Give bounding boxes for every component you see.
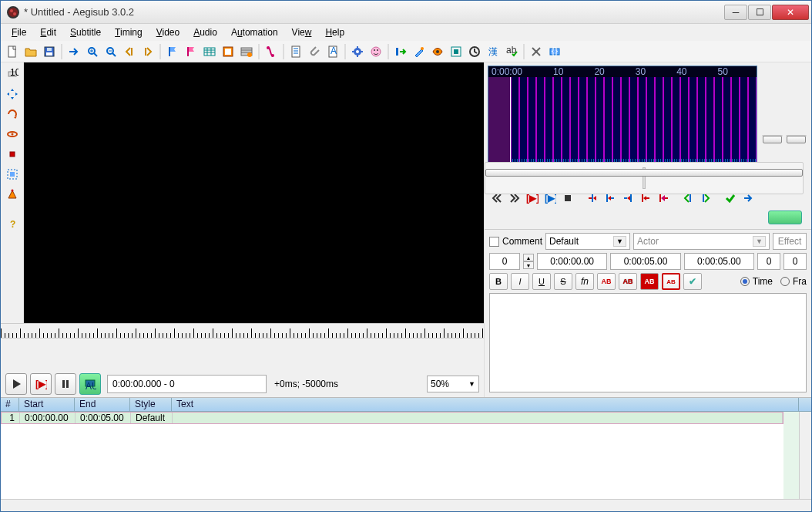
actor-field[interactable]: Actor▼ [633,233,770,250]
pause-button[interactable] [55,373,76,395]
menu-help[interactable]: Help [319,25,351,39]
primary-color-button[interactable]: AB [597,273,616,290]
clip-tool-icon[interactable] [4,166,21,183]
menu-file[interactable]: File [5,25,32,39]
layer-spinner[interactable]: ▲▼ [523,254,534,269]
video-seek-bar[interactable] [1,323,484,338]
styling-assistant-icon[interactable] [411,43,428,60]
standard-tool-icon[interactable]: 10 [4,66,21,83]
menu-automation[interactable]: Automation [225,25,284,39]
timing-postprocessor-icon[interactable] [466,43,483,60]
options-icon[interactable] [528,43,545,60]
vertical-zoom-slider[interactable] [786,135,807,136]
rotate-xy-tool-icon[interactable] [4,126,21,143]
grid-body[interactable]: 1 0:00:00.00 0:00:05.00 Default [1,412,783,499]
shadow-color-button[interactable]: AB [662,273,680,290]
jump-to-icon[interactable] [65,43,82,60]
grid-header: # Start End Style Text [1,398,811,412]
grid-row[interactable]: 1 0:00:00.00 0:00:05.00 Default [1,412,783,424]
zoom-in-icon[interactable] [84,43,101,60]
secondary-color-button[interactable]: AB [619,273,637,290]
grid-header-text[interactable]: Text [172,398,799,411]
frame-radio[interactable]: Fra [780,276,807,287]
video-position-field[interactable]: 0:00:00.000 - 0 [107,375,267,393]
drag-tool-icon[interactable] [4,86,21,103]
automation-icon[interactable] [349,43,366,60]
select-visible-icon[interactable] [201,43,218,60]
grid-vscroll[interactable] [799,412,811,499]
grid-header-style[interactable]: Style [130,398,172,411]
volume-slider[interactable] [485,162,804,194]
zoom-out-icon[interactable] [102,43,119,60]
title-bar: * Untitled - Aegisub 3.0.2 ─ ☐ ✕ [1,1,811,24]
shift-times-icon[interactable] [238,43,255,60]
menu-edit[interactable]: Edit [34,25,62,39]
menu-audio[interactable]: Audio [187,25,223,39]
snap-scene-icon[interactable] [220,43,237,60]
open-file-icon[interactable] [22,43,39,60]
grid-header-start[interactable]: Start [19,398,75,411]
menu-subtitle[interactable]: Subtitle [64,25,107,39]
vector-clip-tool-icon[interactable] [4,186,21,203]
svg-point-22 [371,47,381,56]
properties-icon[interactable] [287,43,304,60]
translation-assistant-icon[interactable] [429,43,446,60]
style-dropdown[interactable]: Default▼ [545,233,630,250]
save-file-icon[interactable] [41,43,58,60]
duration-field[interactable]: 0:00:05.00 [684,253,754,270]
commit-text-button[interactable]: ✔ [683,273,702,290]
strikeout-button[interactable]: S [554,273,572,290]
new-file-icon[interactable] [4,43,21,60]
toggle-tags-icon[interactable]: {} [546,43,563,60]
rotate-z-tool-icon[interactable] [4,106,21,123]
comment-checkbox[interactable] [489,237,499,247]
flag-start-icon[interactable] [164,43,181,60]
attachments-icon[interactable] [306,43,323,60]
jump-end-icon[interactable] [139,43,156,60]
start-time-field[interactable]: 0:00:00.00 [537,253,607,270]
play-button[interactable] [5,373,27,395]
layer-field[interactable]: 0 [489,253,520,270]
fonts-collector-icon[interactable]: A [324,43,341,60]
kanji-timer-icon[interactable]: 漢 [485,43,502,60]
zoom-dropdown[interactable]: 50%▼ [427,376,479,392]
bold-button[interactable]: B [489,273,508,290]
assdraw-icon[interactable] [367,43,384,60]
styles-manager-icon[interactable] [263,43,280,60]
play-line-button[interactable]: [▶] [30,373,52,395]
effect-field[interactable]: Effect [773,233,807,250]
video-display[interactable] [24,62,484,323]
svg-rect-42 [10,172,15,177]
grid-header-num[interactable]: # [1,398,19,411]
outline-color-button[interactable]: AB [640,273,659,290]
minimize-button[interactable]: ─ [724,5,747,20]
video-controls: [▶] AUTO 0:00:00.000 - 0 +0ms; -5000ms 5… [1,371,484,397]
italic-button[interactable]: I [511,273,529,290]
jump-start-icon[interactable] [121,43,138,60]
maximize-button[interactable]: ☐ [748,5,771,20]
menu-video[interactable]: Video [150,25,186,39]
autoscroll-button[interactable]: AUTO [79,373,101,395]
margin-r-field[interactable]: 0 [757,253,780,270]
spell-check-icon[interactable]: ab [503,43,520,60]
main-toolbar: A 漢 ab {} [1,41,811,62]
horizontal-zoom-slider[interactable] [762,135,783,136]
subtitle-text-editor[interactable] [489,293,807,392]
flag-end-icon[interactable] [183,43,200,60]
shift-times-tool-icon[interactable] [392,43,409,60]
resample-icon[interactable] [448,43,465,60]
grid-header-end[interactable]: End [75,398,130,411]
help-icon[interactable]: ? [4,215,21,232]
close-button[interactable]: ✕ [772,5,809,20]
font-button[interactable]: fn [575,273,594,290]
link-commit-button[interactable] [768,211,802,224]
scale-tool-icon[interactable] [4,146,21,163]
end-time-field[interactable]: 0:00:05.00 [610,253,680,270]
menu-timing[interactable]: Timing [109,25,149,39]
time-radio[interactable]: Time [740,276,773,287]
margin-v-field[interactable]: 0 [783,253,807,270]
grid-hscroll[interactable] [1,499,811,511]
svg-rect-54 [606,194,608,202]
underline-button[interactable]: U [532,273,551,290]
menu-view[interactable]: View [286,25,318,39]
